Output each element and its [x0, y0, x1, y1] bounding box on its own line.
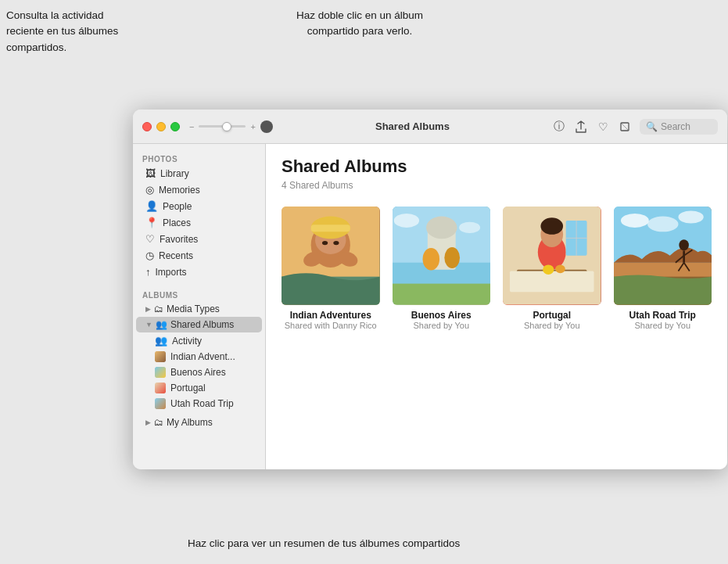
albums-grid: Indian Adventures Shared with Danny Rico — [282, 207, 712, 330]
sidebar-section-albums: Albums — [133, 286, 265, 301]
svg-point-34 — [620, 214, 648, 228]
favorite-button[interactable]: ♡ — [596, 120, 610, 134]
photo-portugal — [503, 207, 601, 305]
album-utah-road-trip[interactable]: Utah Road Trip Shared by You — [614, 207, 712, 330]
svg-point-15 — [422, 248, 439, 271]
svg-point-35 — [678, 210, 703, 223]
recents-icon: ◷ — [145, 250, 154, 261]
svg-point-16 — [444, 247, 460, 268]
svg-rect-17 — [393, 284, 491, 305]
svg-point-8 — [322, 241, 328, 245]
sidebar-label-my-albums: My Albums — [167, 417, 213, 428]
album-name-portugal: Portugal — [503, 310, 601, 321]
chevron-down-icon: ▼ — [145, 321, 152, 329]
sidebar-label-library: Library — [160, 168, 189, 179]
sidebar-item-my-albums[interactable]: ▶ 🗂 My Albums — [136, 415, 262, 430]
search-box[interactable]: 🔍 Search — [640, 119, 718, 135]
page-title: Shared Albums — [282, 156, 712, 177]
album-sub-buenos: Shared by You — [393, 321, 491, 330]
album-sub-utah: Shared by You — [614, 321, 712, 330]
album-thumb-buenos — [393, 207, 491, 305]
chevron-right-my-albums-icon: ▶ — [145, 419, 151, 426]
annotation-bottom: Haz clic para ver un resumen de tus álbu… — [188, 536, 460, 551]
sidebar-label-portugal: Portugal — [170, 383, 206, 393]
buenos-aires-icon — [155, 367, 166, 378]
photo-utah — [614, 207, 712, 305]
sidebar-item-shared-albums[interactable]: ▼ 👥 Shared Albums — [136, 317, 262, 332]
sidebar-label-activity: Activity — [172, 336, 202, 347]
svg-point-19 — [459, 222, 480, 233]
chevron-right-icon: ▶ — [145, 305, 151, 313]
album-indian-adventures[interactable]: Indian Adventures Shared with Danny Rico — [282, 207, 380, 330]
minus-icon: − — [189, 122, 194, 131]
svg-point-9 — [333, 241, 339, 245]
sidebar-item-people[interactable]: 👤 People — [136, 198, 262, 214]
sidebar-label-media-types: Media Types — [167, 304, 220, 314]
svg-point-28 — [555, 264, 565, 273]
annotation-top-left: Consulta la actividad reciente en tus ál… — [6, 8, 131, 56]
svg-point-25 — [540, 217, 563, 235]
sidebar-section-photos: Photos — [133, 150, 265, 165]
memories-icon: ◎ — [145, 184, 154, 196]
info-button[interactable]: ⓘ — [552, 120, 566, 134]
sidebar-label-indian-advent: Indian Advent... — [170, 351, 235, 362]
sidebar-label-shared-albums: Shared Albums — [170, 319, 234, 330]
rotate-button[interactable] — [618, 120, 632, 134]
sidebar-item-media-types[interactable]: ▶ 🗂 Media Types — [136, 301, 262, 317]
sidebar-label-favorites: Favorites — [160, 234, 198, 245]
svg-point-36 — [647, 217, 678, 232]
sidebar-item-memories[interactable]: ◎ Memories — [136, 181, 262, 198]
album-portugal[interactable]: Portugal Shared by You — [503, 207, 601, 330]
zoom-slider-area: − + — [189, 120, 273, 133]
my-albums-icon: 🗂 — [154, 417, 163, 428]
album-sub-indian: Shared with Danny Rico — [282, 321, 380, 330]
photo-buenos — [393, 207, 491, 305]
sidebar-item-buenos-aires[interactable]: Buenos Aires — [136, 365, 262, 380]
content-area: Shared Albums 4 Shared Albums — [266, 144, 727, 469]
zoom-slider[interactable] — [199, 125, 246, 128]
maximize-button[interactable] — [170, 122, 180, 131]
sidebar-label-utah-road-trip: Utah Road Trip — [170, 398, 234, 409]
close-button[interactable] — [142, 122, 152, 131]
share-button[interactable] — [574, 120, 588, 134]
toolbar-icons: ⓘ ♡ 🔍 Search — [552, 119, 718, 135]
sidebar-label-people: People — [163, 201, 192, 212]
main-layout: Photos 🖼 Library ◎ Memories 👤 People 📍 P… — [133, 144, 727, 469]
svg-point-38 — [679, 239, 689, 250]
shared-albums-icon: 👥 — [156, 319, 167, 330]
library-icon: 🖼 — [145, 167, 156, 179]
activity-icon: 👥 — [155, 335, 167, 347]
people-icon: 👤 — [145, 200, 158, 212]
album-thumb-indian — [282, 207, 380, 305]
utah-icon — [155, 398, 166, 409]
photo-indian — [282, 207, 380, 305]
sidebar-label-imports: Imports — [156, 267, 187, 278]
sidebar-item-places[interactable]: 📍 Places — [136, 214, 262, 231]
album-name-buenos: Buenos Aires — [393, 310, 491, 321]
sidebar-label-places: Places — [163, 217, 191, 228]
album-name-utah: Utah Road Trip — [614, 310, 712, 321]
sidebar-item-favorites[interactable]: ♡ Favorites — [136, 231, 262, 247]
svg-rect-5 — [311, 225, 350, 232]
sidebar-item-library[interactable]: 🖼 Library — [136, 165, 262, 181]
window-title: Shared Albums — [273, 120, 552, 132]
search-placeholder: Search — [661, 121, 690, 132]
sidebar-item-utah-road-trip[interactable]: Utah Road Trip — [136, 396, 262, 411]
album-buenos-aires[interactable]: Buenos Aires Shared by You — [393, 207, 491, 330]
svg-point-18 — [393, 214, 418, 228]
portugal-icon — [155, 383, 166, 393]
photos-window: − + Shared Albums ⓘ ♡ 🔍 — [133, 110, 727, 469]
album-thumb-utah — [614, 207, 712, 305]
sidebar-item-indian-advent[interactable]: Indian Advent... — [136, 349, 262, 365]
sidebar-item-recents[interactable]: ◷ Recents — [136, 247, 262, 264]
svg-rect-26 — [510, 271, 594, 292]
minimize-button[interactable] — [156, 122, 166, 131]
sidebar-item-portugal[interactable]: Portugal — [136, 380, 262, 396]
sidebar-label-memories: Memories — [159, 185, 200, 196]
imports-icon: ↑ — [145, 266, 151, 278]
album-count: 4 Shared Albums — [282, 180, 712, 191]
sidebar: Photos 🖼 Library ◎ Memories 👤 People 📍 P… — [133, 144, 266, 469]
sidebar-item-imports[interactable]: ↑ Imports — [136, 264, 262, 280]
view-toggle[interactable] — [260, 120, 273, 133]
sidebar-item-activity[interactable]: 👥 Activity — [136, 332, 262, 349]
